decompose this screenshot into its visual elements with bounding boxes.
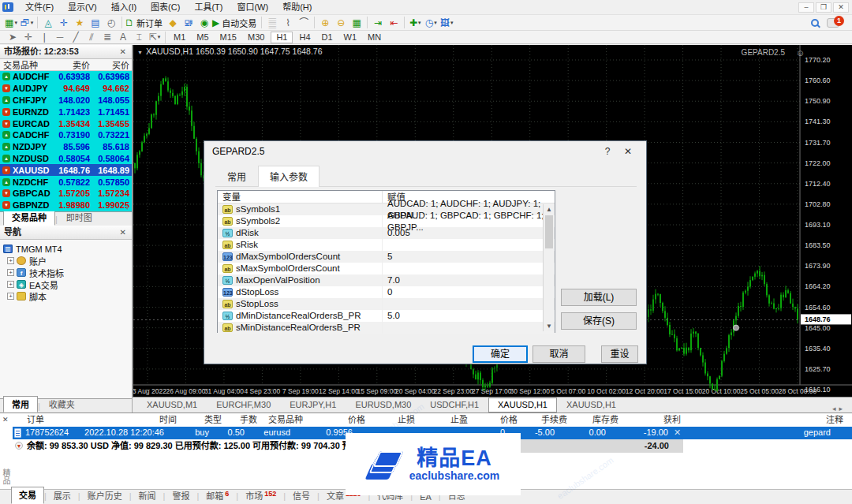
scroll-down-icon[interactable]: ▼ bbox=[125, 205, 130, 211]
period-button-mn[interactable]: MN bbox=[363, 32, 386, 43]
fibonacci-tool-icon[interactable]: ≣ bbox=[99, 30, 115, 44]
chart-tab-6[interactable]: XAUUSD,H1 bbox=[557, 398, 626, 413]
input-row-MaxOpenValPosition[interactable]: ½MaxOpenValPosition7.0 bbox=[218, 274, 555, 286]
expand-icon[interactable]: + bbox=[7, 293, 14, 300]
navigator-close-icon[interactable]: ✕ bbox=[118, 226, 128, 239]
strategy-tester-icon[interactable]: ◴ bbox=[103, 16, 119, 30]
terminal-tab-4[interactable]: 警报 bbox=[165, 488, 196, 504]
market-watch-row-nzdjpy[interactable]: ▲NZDJPY85.59685.618 bbox=[0, 141, 132, 153]
dialog-help-button[interactable]: ? bbox=[597, 146, 618, 157]
period-button-h1[interactable]: H1 bbox=[271, 32, 293, 43]
period-button-w1[interactable]: W1 bbox=[339, 32, 362, 43]
notifications-icon[interactable]: 1 bbox=[827, 18, 839, 28]
menu-view[interactable]: 显示(V) bbox=[61, 0, 104, 14]
dialog-tab-1[interactable]: 输入参数 bbox=[258, 166, 320, 187]
terminal-tab-0[interactable]: 交易 bbox=[11, 487, 44, 504]
dialog-title-bar[interactable]: GEPARD2.5 ? ✕ bbox=[204, 141, 646, 162]
input-row-sMaxSymbolOrdersCount[interactable]: absMaxSymbolOrdersCount bbox=[218, 263, 555, 274]
navigator-item-accounts[interactable]: +账户 bbox=[3, 255, 132, 267]
scrollbar-thumb[interactable] bbox=[545, 215, 553, 248]
input-row-dMinDistanceRealOrdersB_PR[interactable]: ½dMinDistanceRealOrdersB_PR5.0 bbox=[218, 310, 555, 322]
chevron-down-icon[interactable]: ▼ bbox=[137, 50, 143, 55]
menu-window[interactable]: 窗口(W) bbox=[230, 0, 275, 14]
metaeditor-icon[interactable]: ◆ bbox=[165, 16, 181, 30]
navigator-item-experts[interactable]: +◈EA交易 bbox=[3, 278, 132, 290]
bar-chart-style-icon[interactable]: 𝄛 bbox=[264, 16, 280, 30]
period-button-h4[interactable]: H4 bbox=[294, 32, 315, 43]
zoom-out-icon[interactable]: ⊖ bbox=[333, 16, 349, 30]
terminal-toggle-icon[interactable]: ▤ bbox=[88, 16, 103, 30]
menu-tools[interactable]: 工具(T) bbox=[187, 0, 230, 14]
input-value[interactable]: 0.005 bbox=[383, 227, 555, 239]
cancel-button[interactable]: 取消 bbox=[532, 345, 585, 363]
terminal-tab-2[interactable]: 账户历史 bbox=[80, 488, 129, 504]
autotrading-button[interactable]: ▶自动交易 bbox=[212, 16, 259, 30]
line-chart-style-icon[interactable]: ⌒ bbox=[296, 16, 312, 30]
navigator-item-indicators[interactable]: +f技术指标 bbox=[3, 267, 132, 278]
menu-charts[interactable]: 图表(C) bbox=[144, 0, 187, 14]
market-watch-tab-0[interactable]: 交易品种 bbox=[3, 209, 55, 226]
market-watch-row-gbpcad[interactable]: ▼GBPCAD1.572051.57234 bbox=[0, 188, 132, 200]
menu-insert[interactable]: 插入(I) bbox=[104, 0, 144, 14]
market-watch-row-audjpy[interactable]: ▼AUDJPY94.64994.662 bbox=[0, 83, 132, 95]
terminal-tab-1[interactable]: 展示 bbox=[47, 488, 78, 504]
new-chart-button[interactable]: ▦▾ bbox=[3, 16, 19, 30]
scroll-down-icon[interactable]: ▼ bbox=[546, 323, 552, 330]
chart-tab-0[interactable]: XAUUSD,M1 bbox=[137, 398, 207, 413]
zoom-in-icon[interactable]: ⊕ bbox=[317, 16, 333, 30]
navigator-root[interactable]: ▥TMGM MT4 bbox=[3, 243, 132, 255]
text-tool-icon[interactable]: A bbox=[115, 30, 131, 44]
candlestick-style-icon[interactable]: ⌇ bbox=[280, 16, 296, 30]
crosshair-tool-icon[interactable]: ✛ bbox=[21, 30, 36, 44]
market-watch-toggle-icon[interactable]: ◬ bbox=[40, 16, 56, 30]
expand-icon[interactable]: + bbox=[7, 281, 14, 288]
market-watch-row-eurcad[interactable]: ▼EURCAD1.354341.35455 bbox=[0, 118, 132, 129]
navigator-item-scripts[interactable]: +脚本 bbox=[3, 290, 132, 302]
period-button-m30[interactable]: M30 bbox=[243, 32, 269, 43]
chart-tab-4[interactable]: USDCHF,H1 bbox=[420, 398, 488, 413]
close-position-icon[interactable]: ✕ bbox=[674, 427, 681, 439]
ok-button[interactable]: 确定 bbox=[473, 345, 528, 363]
reset-button[interactable]: 重设 bbox=[601, 345, 638, 363]
period-button-d1[interactable]: D1 bbox=[317, 32, 338, 43]
input-row-sSymbols2[interactable]: absSymbols2GBPAUD: 1; GBPCAD: 1; GBPCHF:… bbox=[218, 215, 555, 227]
vertical-line-tool-icon[interactable]: ❘ bbox=[36, 30, 52, 44]
indicators-button[interactable]: ✚▾ bbox=[407, 16, 423, 30]
market-watch-row-xauusd[interactable]: ▼XAUUSD1648.761648.89 bbox=[0, 164, 132, 176]
input-value[interactable]: 5.0 bbox=[383, 310, 555, 322]
periods-button[interactable]: ◷▾ bbox=[423, 16, 439, 30]
market-watch-row-cadchf[interactable]: ▲CADCHF0.731900.73221 bbox=[0, 129, 132, 141]
close-button[interactable]: ✕ bbox=[833, 2, 849, 13]
trendline-tool-icon[interactable]: ╱ bbox=[68, 30, 84, 44]
navigator-tab-0[interactable]: 常用 bbox=[3, 396, 38, 413]
templates-button[interactable]: 🖽▾ bbox=[439, 16, 454, 30]
market-watch-row-eurnzd[interactable]: ▼EURNZD1.714231.71451 bbox=[0, 106, 132, 118]
inputs-table-scrollbar[interactable]: ▲ ▼ bbox=[543, 204, 554, 331]
restore-button[interactable]: ❐ bbox=[816, 2, 831, 13]
expand-icon[interactable]: + bbox=[7, 269, 14, 276]
tab-scroll-right-icon[interactable]: ▸ bbox=[839, 405, 846, 413]
market-watch-row-gbpnzd[interactable]: ▼GBPNZD1.989801.99025 bbox=[0, 200, 132, 211]
market-watch-row-chfjpy[interactable]: ▲CHFJPY148.020148.055 bbox=[0, 95, 132, 106]
save-button[interactable]: 保存(S) bbox=[561, 312, 637, 330]
search-icon[interactable] bbox=[811, 19, 819, 27]
profiles-button[interactable]: 🗗▾ bbox=[19, 16, 35, 30]
input-row-sStopLoss[interactable]: absStopLoss bbox=[218, 298, 555, 310]
chart-shift-icon[interactable]: ⇤ bbox=[386, 16, 402, 30]
arrows-tool-icon[interactable]: ⇱▾ bbox=[147, 30, 163, 44]
period-button-m5[interactable]: M5 bbox=[192, 32, 213, 43]
input-row-sMinDistanceRealOrdersB_PR[interactable]: absMinDistanceRealOrdersB_PR bbox=[218, 322, 555, 334]
new-order-button[interactable]: 🗋新订单 bbox=[125, 16, 165, 30]
cursor-tool-icon[interactable]: ➤ bbox=[5, 30, 21, 44]
market-watch-tab-1[interactable]: 即时图 bbox=[58, 209, 101, 226]
text-label-tool-icon[interactable]: ⌶ bbox=[131, 30, 147, 44]
navigator-tab-1[interactable]: 收藏夹 bbox=[40, 396, 84, 413]
chart-tab-5[interactable]: XAUUSD,H1 bbox=[488, 398, 557, 413]
input-value[interactable]: 7.0 bbox=[383, 274, 555, 286]
terminal-tab-7[interactable]: 信号 bbox=[286, 488, 317, 504]
tile-windows-icon[interactable]: ▦ bbox=[349, 16, 364, 30]
navigator-toggle-icon[interactable]: ★ bbox=[72, 16, 88, 30]
input-row-dRisk[interactable]: ½dRisk0.005 bbox=[218, 227, 555, 239]
market-watch-close-icon[interactable]: ✕ bbox=[118, 45, 128, 58]
vps-icon[interactable]: 🖳 bbox=[181, 16, 196, 30]
